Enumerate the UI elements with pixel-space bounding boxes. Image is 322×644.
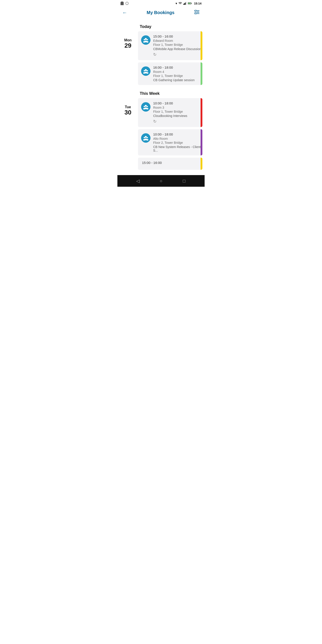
svg-point-14 [145,38,147,40]
section-today: Today Mon 29 [118,21,204,85]
booking-room-4: Alto Room [153,137,202,140]
day-num-30: 30 [124,109,131,116]
svg-point-13 [195,13,196,14]
color-strip-5 [200,158,202,170]
booking-title-1: CBMobile App Release Discussion [153,47,202,51]
svg-point-24 [143,72,145,74]
svg-rect-0 [183,4,184,5]
booking-time-1: 15:00 - 16:00 [153,34,202,38]
svg-rect-6 [191,3,192,4]
svg-rect-2 [185,3,186,5]
svg-point-21 [144,70,145,72]
svg-point-30 [143,108,145,110]
booking-room-3: Room 3 [153,106,202,109]
filter-button[interactable] [193,9,200,16]
app-header: ← My Bookings [118,6,204,19]
android-nav-bar: ◁ ○ □ [118,175,204,187]
svg-point-15 [144,39,145,40]
svg-rect-3 [186,2,186,5]
booking-time-5: 15:00 - 16:00 [142,161,202,164]
svg-point-31 [146,108,148,110]
booking-title-2: CB Gathering Update session [153,78,202,82]
room-icon-2 [141,66,150,76]
room-icon-3 [141,102,150,112]
svg-point-20 [145,69,147,71]
svg-point-16 [147,39,148,40]
room-icon-4 [141,133,150,143]
booking-card-2[interactable]: 16:00 - 18:00 Room 4 Floor 1, Tower Brid… [138,62,202,85]
svg-point-18 [143,41,145,43]
page-title: My Bookings [128,10,193,15]
wifi-icon [178,2,182,5]
svg-point-22 [147,70,148,72]
svg-point-26 [145,105,147,107]
sim-icon [120,2,124,5]
svg-point-28 [147,106,148,107]
booking-recurring-3: ↻ [153,119,202,124]
nav-home-button[interactable]: ○ [157,177,165,185]
booking-card-3[interactable]: 10:00 - 18:00 Room 3 Floor 1, Tower Brid… [138,98,202,127]
day-label-tue30: Tue 30 [120,98,138,116]
main-content: Today Mon 29 [118,19,204,175]
svg-point-32 [145,136,147,138]
svg-point-34 [147,137,148,138]
booking-card-4[interactable]: 10:00 - 18:00 Alto Room Floor 2, Tower B… [138,129,202,156]
status-bar: ▾ 15:14 [118,0,204,6]
battery-icon [188,2,192,5]
booking-cards-mon29: 15:00 - 16:00 Edward Room Floor 1, Tower… [138,31,202,85]
booking-floor-2: Floor 1, Tower Bridge [153,74,202,78]
booking-card-1[interactable]: 15:00 - 16:00 Edward Room Floor 1, Tower… [138,31,202,60]
svg-point-11 [195,10,196,11]
booking-card-5[interactable]: 15:00 - 16:00 [138,158,202,170]
booking-time-4: 10:00 - 18:00 [153,132,202,136]
booking-room-1: Edward Room [153,39,202,42]
day-label-mon29: Mon 29 [120,31,138,49]
booking-recurring-1: ↻ [153,52,202,57]
booking-time-2: 16:00 - 18:00 [153,66,202,69]
section-today-header: Today [118,21,204,31]
svg-point-27 [144,106,145,107]
day-name-tue: Tue [125,105,131,109]
back-button[interactable]: ← [122,10,128,16]
booking-room-2: Room 4 [153,70,202,74]
room-icon-1 [141,35,150,45]
booking-title-3: Cloudbooking Interviews [153,114,202,118]
svg-point-12 [197,12,198,13]
wifi-icon: ▾ [176,2,177,5]
booking-time-3: 10:00 - 18:00 [153,101,202,105]
booking-title-4: CB New System Releases - Client S... [153,145,202,152]
booking-floor-3: Floor 1, Tower Bridge [153,110,202,113]
signal-icon [183,2,186,5]
svg-point-25 [146,72,148,74]
booking-floor-4: Floor 2, Tower Bridge [153,141,202,144]
color-strip-4 [200,129,202,156]
status-left-icons [120,2,128,5]
status-right-icons: ▾ 15:14 [176,2,202,5]
booking-cards-tue30: 10:00 - 18:00 Room 3 Floor 1, Tower Brid… [138,98,202,170]
svg-rect-1 [184,3,185,5]
color-strip-3 [200,98,202,127]
svg-point-19 [146,41,148,43]
status-time: 15:14 [194,2,202,5]
svg-point-36 [143,139,145,141]
circle-icon [126,2,128,5]
day-num-29: 29 [124,42,131,49]
nav-back-button[interactable]: ◁ [134,177,142,185]
section-this-week: This Week Tue 30 [118,88,204,170]
day-group-mon29: Mon 29 [118,31,204,85]
color-strip-2 [200,62,202,85]
svg-point-37 [146,139,148,141]
section-thisweek-header: This Week [118,88,204,98]
nav-recents-button[interactable]: □ [180,177,188,185]
day-name-mon: Mon [124,38,132,42]
svg-point-33 [144,137,145,138]
color-strip-1 [200,31,202,60]
day-group-tue30: Tue 30 [118,98,204,170]
booking-floor-1: Floor 1, Tower Bridge [153,43,202,46]
